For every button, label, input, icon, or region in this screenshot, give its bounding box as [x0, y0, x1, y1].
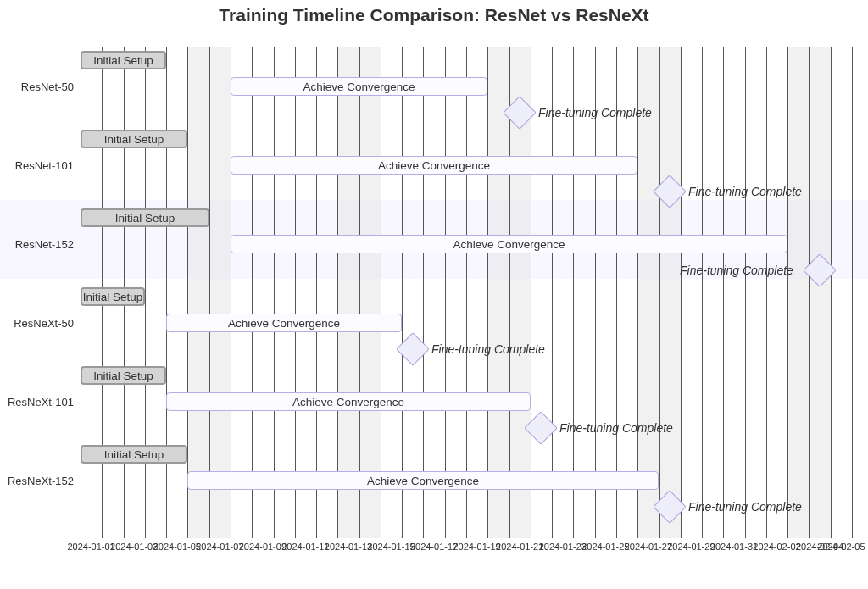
x-tick-label: 2024-02-02: [753, 542, 800, 552]
task-label: Achieve Convergence: [453, 238, 565, 251]
gantt-chart: Training Timeline Comparison: ResNet vs …: [0, 0, 868, 589]
gridline: [274, 47, 275, 538]
gridline: [402, 47, 403, 538]
x-tick-label: 2024-02-05: [817, 542, 865, 552]
task-bar-setup: Initial Setup: [81, 445, 187, 464]
section-label: ResNet-101: [0, 159, 74, 172]
task-label: Initial Setup: [115, 212, 175, 225]
x-tick-label: 2024-01-25: [581, 542, 629, 552]
task-label: Achieve Convergence: [303, 81, 415, 93]
plot-area: ResNet-50 ResNet-101 ResNet-152 ResNeXt-…: [81, 47, 852, 538]
task-label: Initial Setup: [93, 54, 153, 67]
gridline: [531, 47, 531, 538]
gridline: [231, 47, 231, 538]
gridline: [295, 47, 296, 538]
x-tick-label: 2024-01-31: [710, 542, 758, 552]
task-label: Achieve Convergence: [228, 317, 340, 330]
task-label: Initial Setup: [104, 448, 164, 461]
gridline: [616, 47, 617, 538]
x-tick-label: 2024-01-21: [496, 542, 543, 552]
task-bar-convergence: Achieve Convergence: [231, 235, 787, 253]
gridline: [359, 47, 360, 538]
task-bar-setup: Initial Setup: [81, 130, 187, 148]
x-tick-label: 2024-01-23: [539, 542, 587, 552]
gridline: [787, 47, 788, 538]
task-label: Initial Setup: [83, 291, 143, 303]
task-bar-setup: Initial Setup: [81, 287, 145, 306]
milestone-label: Fine-tuning Complete: [688, 500, 802, 514]
section-label: ResNet-152: [0, 238, 74, 251]
task-bar-convergence: Achieve Convergence: [166, 314, 402, 332]
x-tick-label: 2024-01-09: [239, 542, 287, 552]
section-label: ResNeXt-152: [0, 475, 74, 487]
task-label: Initial Setup: [93, 370, 153, 382]
section-label: ResNeXt-101: [0, 396, 74, 408]
task-bar-convergence: Achieve Convergence: [166, 392, 531, 411]
x-tick-label: 2024-01-11: [281, 542, 329, 552]
x-tick-label: 2024-01-15: [367, 542, 415, 552]
task-bar-setup: Initial Setup: [81, 51, 166, 69]
gridline: [187, 47, 188, 538]
x-tick-label: 2024-01-07: [196, 542, 243, 552]
section-label: ResNeXt-50: [0, 317, 74, 330]
gridline: [681, 47, 682, 538]
milestone-label: Fine-tuning Complete: [538, 106, 652, 119]
gridline: [316, 47, 317, 538]
x-tick-label: 2024-01-05: [153, 542, 201, 552]
gridline: [381, 47, 381, 538]
task-bar-convergence: Achieve Convergence: [231, 77, 487, 96]
gridline: [337, 47, 338, 538]
gridline: [595, 47, 596, 538]
gridline: [702, 47, 703, 538]
gridline: [445, 47, 446, 538]
gridline: [166, 47, 167, 538]
x-tick-label: 2024-01-01: [67, 542, 114, 552]
task-label: Achieve Convergence: [292, 396, 404, 408]
x-tick-label: 2024-01-27: [625, 542, 672, 552]
milestone-diamond: [396, 332, 430, 366]
x-tick-label: 2024-01-17: [410, 542, 458, 552]
task-bar-convergence: Achieve Convergence: [231, 156, 637, 175]
milestone-label: Fine-tuning Complete: [688, 185, 802, 198]
task-bar-setup: Initial Setup: [81, 366, 166, 385]
task-bar-setup: Initial Setup: [81, 208, 209, 227]
gridline: [723, 47, 724, 538]
gridline: [852, 47, 853, 538]
gridline: [573, 47, 574, 538]
milestone-label: Fine-tuning Complete: [431, 342, 545, 356]
chart-title: Training Timeline Comparison: ResNet vs …: [0, 5, 868, 25]
task-label: Initial Setup: [104, 133, 164, 146]
gridline: [209, 47, 210, 538]
task-label: Achieve Convergence: [378, 159, 490, 172]
gridline: [659, 47, 660, 538]
task-bar-convergence: Achieve Convergence: [187, 471, 659, 490]
gridline: [831, 47, 832, 538]
gridline: [637, 47, 638, 538]
x-tick-label: 2024-01-13: [325, 542, 372, 552]
milestone-label: Fine-tuning Complete: [680, 264, 793, 277]
gridline: [745, 47, 746, 538]
gridline: [466, 47, 467, 538]
gridline: [552, 47, 553, 538]
x-tick-label: 2024-01-19: [453, 542, 500, 552]
x-tick-label: 2024-01-03: [110, 542, 158, 552]
gridline: [423, 47, 424, 538]
gridline: [766, 47, 767, 538]
gridline: [487, 47, 488, 538]
milestone-label: Fine-tuning Complete: [559, 421, 673, 435]
gridline: [809, 47, 810, 538]
task-label: Achieve Convergence: [367, 475, 479, 487]
gridline: [252, 47, 253, 538]
x-tick-label: 2024-01-29: [667, 542, 715, 552]
section-label: ResNet-50: [0, 81, 74, 93]
